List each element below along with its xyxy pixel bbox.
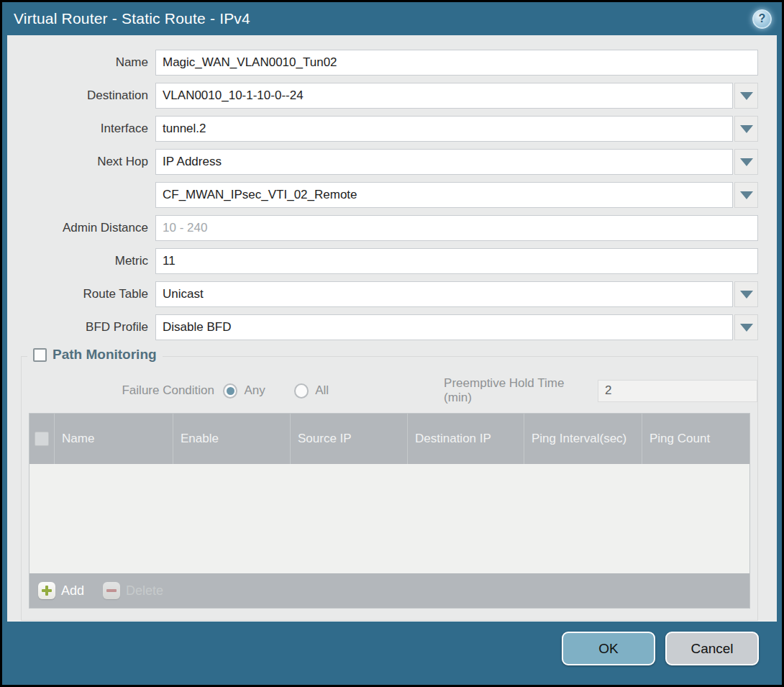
next-hop-dropdown-button[interactable] (734, 149, 758, 175)
interface-row: Interface (13, 116, 758, 142)
route-table-dropdown-button[interactable] (734, 281, 758, 307)
failure-condition-any-radio[interactable] (223, 383, 237, 399)
next-hop-address-row (13, 182, 758, 208)
chevron-down-icon (740, 125, 753, 133)
chevron-down-icon (740, 291, 753, 299)
column-header-ping-count[interactable]: Ping Count (642, 414, 749, 464)
select-all-cell (29, 414, 55, 464)
interface-label: Interface (13, 122, 155, 136)
admin-distance-input[interactable] (155, 215, 758, 241)
failure-condition-label: Failure Condition (22, 383, 222, 398)
next-hop-address-dropdown-button[interactable] (734, 182, 758, 208)
failure-condition-row: Failure Condition Any All Preemptive Hol… (22, 378, 757, 403)
admin-distance-label: Admin Distance (13, 221, 155, 235)
route-table-row: Route Table (13, 281, 758, 307)
bfd-profile-select[interactable] (155, 314, 733, 340)
preemptive-hold-time-label: Preemptive Hold Time (min) (444, 376, 591, 405)
chevron-down-icon (740, 158, 753, 166)
preemptive-hold-time-input[interactable] (598, 380, 757, 402)
bfd-profile-row: BFD Profile (13, 314, 758, 340)
admin-distance-row: Admin Distance (13, 215, 758, 241)
ok-button[interactable]: OK (562, 632, 655, 665)
destination-row: Destination (13, 83, 758, 109)
table-footer: Add Delete (29, 573, 749, 608)
static-route-form: Name Destination Interface (7, 35, 777, 340)
chevron-down-icon (740, 324, 753, 332)
path-monitoring-section: Path Monitoring Failure Condition Any Al… (21, 356, 758, 621)
metric-row: Metric (13, 248, 758, 274)
name-input[interactable] (155, 50, 758, 76)
chevron-down-icon (740, 92, 753, 100)
column-header-source-ip[interactable]: Source IP (291, 414, 408, 464)
bfd-profile-dropdown-button[interactable] (734, 314, 758, 340)
plus-icon (38, 582, 55, 599)
name-row: Name (13, 50, 758, 76)
delete-button[interactable]: Delete (103, 582, 163, 599)
route-table-label: Route Table (13, 287, 155, 301)
destination-label: Destination (13, 88, 155, 103)
metric-label: Metric (13, 254, 155, 268)
next-hop-row: Next Hop (13, 149, 758, 175)
failure-condition-all-label: All (315, 383, 329, 398)
add-button[interactable]: Add (38, 582, 84, 599)
path-monitoring-checkbox[interactable] (33, 348, 47, 362)
route-table-select[interactable] (155, 281, 733, 307)
bfd-profile-label: BFD Profile (13, 320, 155, 335)
select-all-checkbox[interactable] (35, 432, 49, 446)
destination-input[interactable] (155, 83, 733, 109)
table-header: Name Enable Source IP Destination IP Pin… (29, 414, 749, 464)
chevron-down-icon (740, 191, 753, 199)
name-label: Name (13, 55, 155, 70)
help-icon[interactable]: ? (752, 9, 772, 29)
table-body-empty (29, 464, 749, 573)
failure-condition-all-radio[interactable] (294, 383, 309, 399)
delete-button-label: Delete (126, 583, 163, 599)
column-header-destination-ip[interactable]: Destination IP (408, 414, 524, 464)
dialog-title: Virtual Router - Static Route - IPv4 (14, 10, 250, 27)
dialog-footer: OK Cancel (7, 622, 777, 680)
metric-input[interactable] (155, 248, 758, 274)
destination-dropdown-button[interactable] (734, 83, 758, 109)
column-header-ping-interval[interactable]: Ping Interval(sec) (524, 414, 642, 464)
path-monitoring-legend: Path Monitoring (27, 347, 163, 363)
column-header-name[interactable]: Name (55, 414, 173, 464)
path-monitoring-table: Name Enable Source IP Destination IP Pin… (29, 413, 750, 609)
next-hop-select[interactable] (155, 149, 733, 175)
minus-icon (103, 582, 120, 599)
path-monitoring-title: Path Monitoring (53, 347, 157, 363)
add-button-label: Add (61, 583, 84, 599)
dialog-body: Name Destination Interface (7, 35, 777, 622)
column-header-enable[interactable]: Enable (173, 414, 291, 464)
next-hop-label: Next Hop (13, 155, 155, 169)
title-bar: Virtual Router - Static Route - IPv4 ? (2, 2, 782, 35)
failure-condition-any-label: Any (244, 383, 265, 398)
dialog-frame: Virtual Router - Static Route - IPv4 ? N… (2, 2, 782, 685)
cancel-button[interactable]: Cancel (665, 632, 759, 665)
interface-dropdown-button[interactable] (734, 116, 758, 142)
next-hop-address-input[interactable] (155, 182, 733, 208)
interface-input[interactable] (155, 116, 733, 142)
